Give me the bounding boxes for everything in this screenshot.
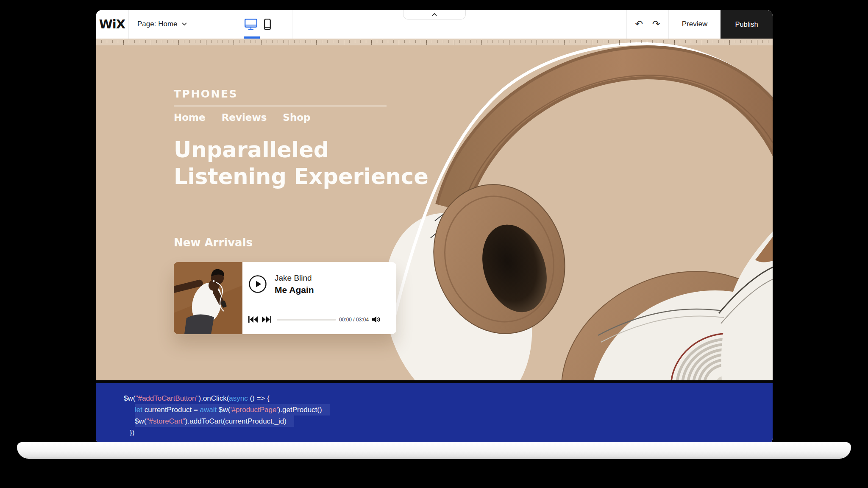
play-icon <box>248 275 267 293</box>
artist-name: Jake Blind <box>275 273 314 283</box>
laptop-mockup: WiX Page: Home <box>0 0 868 488</box>
publish-button[interactable]: Publish <box>721 10 773 39</box>
code-panel[interactable]: $w("#addToCartButton").onClick(async () … <box>96 383 773 445</box>
toolbar-collapse-tab[interactable] <box>403 10 466 20</box>
undo-button[interactable]: ↶ <box>635 20 643 29</box>
site-logo: TPHONES <box>174 88 387 100</box>
page-selector-label: Page: Home <box>137 20 178 28</box>
desktop-view-button[interactable] <box>245 19 257 30</box>
hero-heading: Unparalleled Listening Experience <box>174 137 428 190</box>
hero-heading-line2: Listening Experience <box>174 163 428 190</box>
site-canvas: TPHONES Home Reviews Shop Unparalleled L… <box>96 39 773 380</box>
nav-link-reviews[interactable]: Reviews <box>222 112 267 123</box>
redo-button[interactable]: ↷ <box>652 20 660 29</box>
track-info: Jake Blind Me Again <box>275 273 314 295</box>
nav-link-shop[interactable]: Shop <box>283 112 310 123</box>
laptop-base <box>17 442 851 459</box>
next-track-icon <box>262 316 271 323</box>
editor-toolbar: WiX Page: Home <box>96 10 773 39</box>
track-title: Me Again <box>275 285 314 295</box>
chevron-down-icon <box>182 22 187 26</box>
logo-divider-line <box>174 106 387 106</box>
preview-button[interactable]: Preview <box>669 10 721 39</box>
runner-photo-art <box>174 262 242 334</box>
time-separator: / <box>352 317 356 323</box>
editor-ruler <box>96 39 773 45</box>
history-controls: ↶ ↷ <box>627 10 668 39</box>
site-header: TPHONES Home Reviews Shop <box>174 88 387 123</box>
volume-icon <box>372 316 380 323</box>
duration: 03:04 <box>356 317 369 323</box>
nav-link-home[interactable]: Home <box>174 112 206 123</box>
code-lines: $w("#addToCartButton").onClick(async () … <box>96 383 773 438</box>
play-button[interactable] <box>248 275 267 293</box>
page-selector[interactable]: Page: Home <box>129 10 235 39</box>
time-display: 00:00 / 03:04 <box>339 317 369 323</box>
wix-logo[interactable]: WiX <box>96 10 128 39</box>
code-line: let currentProduct = await $w('#productP… <box>135 404 330 415</box>
previous-track-icon <box>248 316 258 323</box>
player-controls: 00:00 / 03:04 <box>248 316 380 323</box>
next-track-button[interactable] <box>262 316 271 323</box>
progress-bar[interactable] <box>277 319 336 321</box>
current-time: 00:00 <box>339 317 352 323</box>
runner-photo <box>174 262 242 334</box>
code-line: $w("#storeCart").addToCart(currentProduc… <box>135 415 294 427</box>
section-label: New Arrivals <box>174 236 253 249</box>
desktop-icon <box>245 19 257 30</box>
mobile-view-button[interactable] <box>264 19 271 30</box>
mobile-icon <box>264 19 271 30</box>
chevron-up-icon <box>431 13 437 17</box>
wix-logo-text: WiX <box>99 17 125 31</box>
music-player-card: Jake Blind Me Again <box>174 262 396 334</box>
hero-heading-line1: Unparalleled <box>174 137 428 163</box>
previous-track-button[interactable] <box>248 316 258 323</box>
editor-window: WiX Page: Home <box>96 10 773 445</box>
panel-divider <box>96 380 773 383</box>
site-nav: Home Reviews Shop <box>174 112 387 123</box>
code-line: $w("#addToCartButton").onClick(async () … <box>124 393 773 404</box>
code-line: }) <box>130 427 773 438</box>
device-toggle <box>235 10 292 39</box>
volume-button[interactable] <box>372 316 380 323</box>
